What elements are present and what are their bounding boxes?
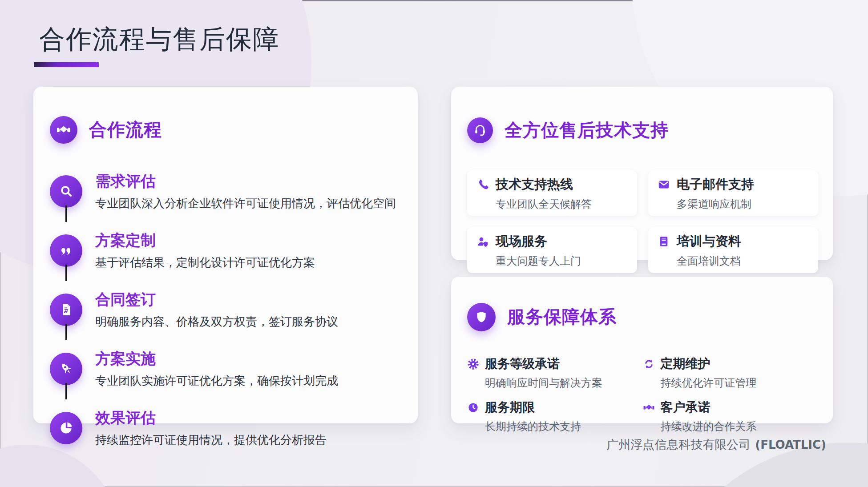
guarantee-item-maintenance: 定期维护 持续优化许可证管理: [643, 355, 819, 390]
guarantee-item-title: 客户承诺: [661, 399, 711, 416]
quote-icon: [50, 234, 82, 267]
support-item-description: 多渠道响应机制: [677, 197, 809, 211]
process-card-header: 合作流程: [50, 103, 404, 157]
process-step-1: 需求评估 专业团队深入分析企业软件许可证使用情况，评估优化空间: [50, 171, 404, 211]
step-title: 需求评估: [95, 171, 396, 192]
support-item-description: 全面培训文档: [677, 254, 809, 268]
guarantee-card: 服务保障体系 服务等级承诺 明确响应时间与解决方案: [451, 277, 833, 423]
page-title: 合作流程与售后保障: [39, 23, 279, 56]
support-item-hotline: 技术支持热线 专业团队全天候解答: [467, 170, 637, 216]
shield-icon: [467, 303, 496, 331]
envelope-icon: [657, 178, 670, 191]
brand-name: (FLOATLIC): [755, 438, 826, 451]
rocket-icon: [50, 353, 82, 385]
guarantee-item-title: 服务等级承诺: [485, 355, 560, 372]
user-shield-icon: [476, 235, 489, 248]
step-description: 专业团队深入分析企业软件许可证使用情况，评估优化空间: [95, 196, 396, 211]
support-item-title: 电子邮件支持: [677, 176, 754, 193]
support-item-title: 现场服务: [496, 233, 547, 250]
decorative-blob-bottom-left: [0, 445, 120, 487]
slide: 合作流程与售后保障 合作流程: [0, 0, 868, 487]
guarantee-card-title: 服务保障体系: [507, 305, 617, 329]
guarantee-item-title: 服务期限: [485, 399, 535, 416]
company-name: 广州浮点信息科技有限公司: [606, 438, 751, 451]
title-underline: [34, 62, 99, 67]
step-title: 效果评估: [95, 408, 327, 428]
book-icon: [657, 235, 670, 248]
guarantee-item-title: 定期维护: [661, 355, 711, 372]
support-item-training: 培训与资料 全面培训文档: [648, 227, 818, 273]
guarantee-grid: 服务等级承诺 明确响应时间与解决方案 定期维护: [467, 355, 818, 434]
headset-icon: [467, 117, 493, 143]
support-item-description: 专业团队全天候解答: [496, 197, 628, 211]
support-card-header: 全方位售后技术支持: [467, 103, 818, 157]
handshake-icon: [50, 116, 77, 144]
search-icon: [50, 175, 82, 208]
guarantee-item-term: 服务期限 长期持续的技术支持: [467, 399, 643, 434]
support-item-title: 技术支持热线: [496, 176, 573, 193]
support-item-email: 电子邮件支持 多渠道响应机制: [648, 170, 818, 216]
sync-icon: [643, 358, 655, 370]
process-step-5: 效果评估 持续监控许可证使用情况，提供优化分析报告: [50, 408, 404, 448]
clock-icon: [467, 402, 479, 414]
pie-chart-icon: [50, 412, 82, 444]
step-title: 方案定制: [95, 230, 315, 251]
phone-icon: [476, 178, 489, 191]
support-card: 全方位售后技术支持 技术支持热线 专业团队全天候解答: [451, 87, 833, 260]
step-title: 方案实施: [95, 349, 338, 369]
guarantee-item-description: 长期持续的技术支持: [485, 419, 643, 434]
process-steps: 需求评估 专业团队深入分析企业软件许可证使用情况，评估优化空间 方案定制 基于评…: [50, 171, 404, 448]
gear-icon: [467, 358, 479, 370]
process-step-3: 合同签订 明确服务内容、价格及双方权责，签订服务协议: [50, 290, 404, 330]
step-description: 持续监控许可证使用情况，提供优化分析报告: [95, 432, 327, 448]
support-grid: 技术支持热线 专业团队全天候解答 电子邮件支持 多渠道响应机制: [467, 170, 818, 273]
support-item-description: 重大问题专人上门: [496, 254, 628, 268]
footer: 广州浮点信息科技有限公司(FLOATLIC): [606, 437, 826, 453]
process-step-4: 方案实施 专业团队实施许可证优化方案，确保按计划完成: [50, 349, 404, 389]
guarantee-item-commitment: 客户承诺 持续改进的合作关系: [643, 399, 819, 434]
handshake-icon: [643, 402, 655, 414]
step-description: 基于评估结果，定制化设计许可证优化方案: [95, 255, 315, 270]
guarantee-item-description: 明确响应时间与解决方案: [485, 376, 643, 390]
step-description: 明确服务内容、价格及双方权责，签订服务协议: [95, 314, 338, 330]
process-step-2: 方案定制 基于评估结果，定制化设计许可证优化方案: [50, 230, 404, 270]
guarantee-item-sla: 服务等级承诺 明确响应时间与解决方案: [467, 355, 643, 390]
process-card-title: 合作流程: [89, 117, 162, 142]
support-item-title: 培训与资料: [677, 233, 741, 250]
support-card-title: 全方位售后技术支持: [505, 118, 669, 142]
guarantee-item-description: 持续改进的合作关系: [661, 419, 819, 434]
step-description: 专业团队实施许可证优化方案，确保按计划完成: [95, 373, 338, 389]
contract-icon: [50, 294, 82, 326]
process-card: 合作流程 需求评估 专业团队深入分析企业软件许可证使用情况，评估优化空间: [33, 87, 418, 423]
step-title: 合同签订: [95, 290, 338, 310]
guarantee-card-header: 服务保障体系: [467, 290, 818, 344]
support-item-onsite: 现场服务 重大问题专人上门: [467, 227, 637, 273]
guarantee-item-description: 持续优化许可证管理: [661, 376, 819, 390]
